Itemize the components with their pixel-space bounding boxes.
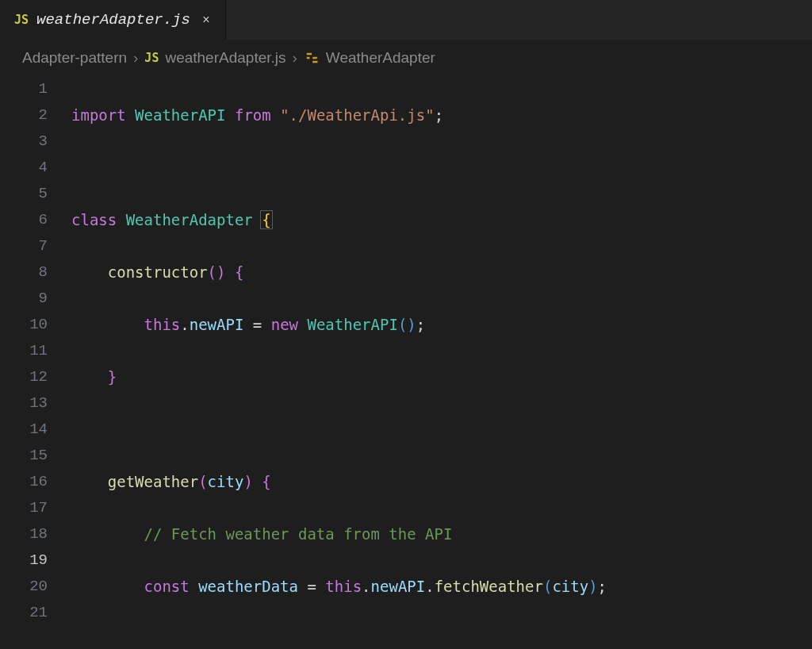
line-number: 1 [0, 76, 48, 102]
breadcrumb-folder[interactable]: Adapter-pattern [22, 49, 127, 67]
line-number: 15 [0, 443, 48, 469]
line-number: 4 [0, 155, 48, 181]
tab-bar: JS weatherAdapter.js × [0, 0, 812, 40]
line-number: 17 [0, 495, 48, 521]
line-number: 11 [0, 338, 48, 364]
code-editor[interactable]: 123456789101112131415161718192021 import… [0, 75, 812, 649]
code-line[interactable] [71, 417, 652, 443]
javascript-file-icon: JS [144, 51, 159, 65]
code-line[interactable]: const weatherData = this.newAPI.fetchWea… [71, 574, 652, 600]
line-number: 19 [0, 547, 48, 574]
code-line[interactable]: getWeather(city) { [71, 469, 652, 495]
close-icon[interactable]: × [198, 12, 214, 28]
breadcrumb-file[interactable]: weatherAdapter.js [165, 49, 285, 67]
code-line[interactable]: class WeatherAdapter { [71, 207, 652, 233]
line-number-gutter: 123456789101112131415161718192021 [0, 76, 71, 626]
code-line[interactable]: this.newAPI = new WeatherAPI(); [71, 312, 652, 338]
code-line[interactable]: import WeatherAPI from "./WeatherApi.js"… [71, 102, 652, 129]
line-number: 8 [0, 259, 48, 286]
line-number: 3 [0, 129, 48, 155]
line-number: 16 [0, 469, 48, 495]
tab-title: weatherAdapter.js [36, 11, 190, 29]
line-number: 14 [0, 417, 48, 443]
breadcrumb-symbol[interactable]: WeatherAdapter [326, 49, 435, 67]
line-number: 10 [0, 312, 48, 338]
line-number: 2 [0, 102, 48, 129]
code-line[interactable]: } [71, 364, 652, 390]
javascript-file-icon: JS [14, 13, 29, 27]
line-number: 20 [0, 574, 48, 600]
line-number: 7 [0, 233, 48, 259]
line-number: 18 [0, 521, 48, 547]
line-number: 21 [0, 600, 48, 626]
code-line[interactable] [71, 626, 652, 649]
class-symbol-icon [304, 50, 320, 66]
line-number: 6 [0, 207, 48, 233]
line-number: 12 [0, 364, 48, 390]
line-number: 9 [0, 286, 48, 312]
chevron-right-icon: › [133, 49, 138, 67]
chevron-right-icon: › [293, 49, 297, 67]
code-line[interactable] [71, 155, 652, 181]
code-line[interactable]: // Fetch weather data from the API [71, 521, 652, 547]
tab-weatheradapter[interactable]: JS weatherAdapter.js × [0, 0, 226, 40]
line-number: 13 [0, 390, 48, 417]
breadcrumb: Adapter-pattern › JS weatherAdapter.js ›… [0, 40, 812, 75]
code-area[interactable]: import WeatherAPI from "./WeatherApi.js"… [71, 76, 652, 649]
code-line[interactable]: constructor() { [71, 259, 652, 286]
line-number: 5 [0, 181, 48, 207]
